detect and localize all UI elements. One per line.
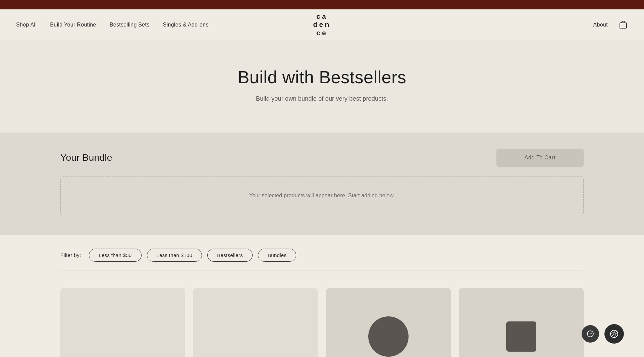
top-banner (0, 0, 644, 9)
chat-icon (587, 330, 594, 338)
filter-row: Filter by: Less than $50 Less than $100 … (60, 249, 584, 262)
nav-about[interactable]: About (593, 22, 608, 28)
product-shape-4 (506, 321, 536, 352)
brand-logo[interactable]: ca den ce (313, 12, 331, 37)
svg-line-14 (611, 336, 612, 337)
product-image-1 (60, 288, 185, 357)
navbar: Shop All Build Your Routine Bestselling … (0, 9, 644, 40)
filter-bestsellers[interactable]: Bestsellers (207, 249, 253, 262)
nav-bestselling-sets[interactable]: Bestselling Sets (110, 22, 150, 28)
logo-line2: den (313, 20, 331, 29)
logo-line3: ce (316, 29, 328, 37)
nav-shop-all[interactable]: Shop All (16, 22, 37, 28)
svg-line-13 (616, 331, 617, 332)
bundle-placeholder-text: Your selected products will appear here.… (67, 193, 577, 199)
svg-point-4 (591, 334, 592, 334)
nav-left: Shop All Build Your Routine Bestselling … (16, 22, 209, 28)
products-section (0, 277, 644, 357)
filter-label: Filter by: (60, 252, 81, 258)
nav-singles-add-ons[interactable]: Singles & Add-ons (163, 22, 209, 28)
hero-section: Build with Bestsellers Build your own bu… (0, 40, 644, 133)
cart-icon[interactable] (619, 20, 628, 30)
product-image-4 (459, 288, 584, 357)
filter-bundles[interactable]: Bundles (258, 249, 296, 262)
bundle-section: Your Bundle Add To Cart Your selected pr… (0, 133, 644, 235)
filter-less-than-50[interactable]: Less than $50 (89, 249, 141, 262)
product-image-3 (326, 288, 451, 357)
svg-point-3 (590, 334, 591, 334)
svg-rect-0 (620, 23, 627, 28)
hero-title: Build with Bestsellers (16, 67, 628, 87)
settings-icon (610, 329, 619, 338)
product-card[interactable] (60, 288, 185, 357)
add-to-cart-button[interactable]: Add To Cart (496, 149, 584, 167)
logo-line1: ca (316, 12, 328, 20)
settings-button[interactable] (604, 324, 624, 344)
bundle-placeholder: Your selected products will appear here.… (60, 176, 584, 215)
filter-section: Filter by: Less than $50 Less than $100 … (0, 235, 644, 277)
product-image-2 (193, 288, 318, 357)
floating-buttons (582, 324, 624, 344)
nav-build-your-routine[interactable]: Build Your Routine (50, 22, 96, 28)
product-card[interactable] (459, 288, 584, 357)
bundle-header: Your Bundle Add To Cart (60, 149, 584, 167)
products-grid (60, 288, 584, 357)
product-card[interactable] (326, 288, 451, 357)
product-shape-3 (368, 316, 409, 357)
nav-right: About (593, 20, 628, 30)
logo-center[interactable]: ca den ce (313, 12, 331, 37)
svg-point-6 (613, 333, 615, 335)
chat-button[interactable] (582, 325, 599, 343)
filter-divider (60, 270, 584, 270)
svg-line-12 (616, 336, 617, 337)
bundle-title: Your Bundle (60, 152, 112, 163)
filter-less-than-100[interactable]: Less than $100 (147, 249, 202, 262)
product-card[interactable] (193, 288, 318, 357)
hero-subtitle: Build your own bundle of our very best p… (16, 95, 628, 102)
svg-line-11 (611, 331, 612, 332)
svg-point-2 (589, 334, 589, 334)
